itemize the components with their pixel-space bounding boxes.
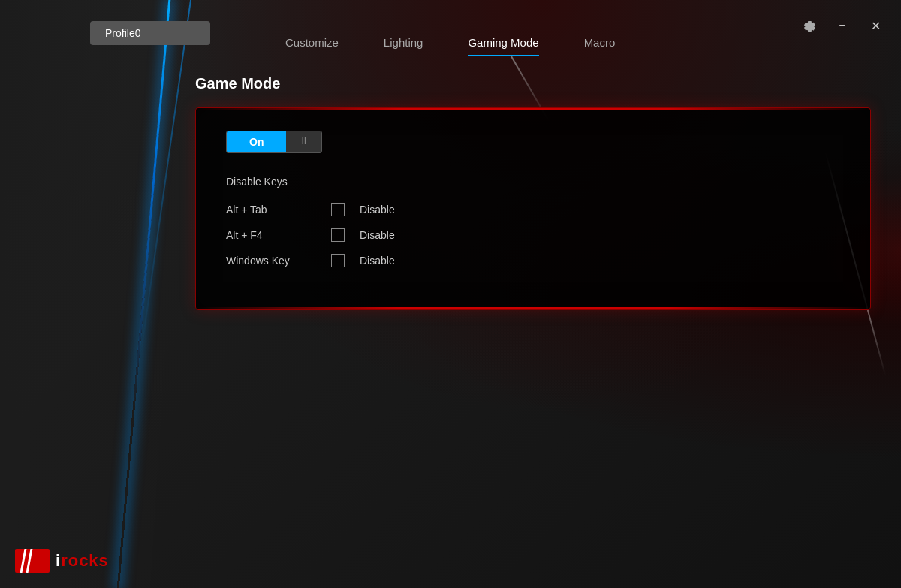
toggle-container: On II	[226, 131, 840, 153]
tab-customize[interactable]: Customize	[285, 30, 339, 55]
minimize-button[interactable]: −	[832, 15, 853, 36]
tab-macro[interactable]: Macro	[584, 30, 616, 55]
disable-label-alt-tab: Disable	[360, 204, 395, 216]
app-logo: irocks	[15, 549, 109, 573]
window-controls: − ✕	[799, 15, 886, 36]
checkbox-alt-f4[interactable]	[331, 228, 345, 242]
disable-keys-label: Disable Keys	[226, 176, 840, 188]
key-name-windows-key: Windows Key	[226, 255, 316, 267]
close-button[interactable]: ✕	[865, 15, 886, 36]
toggle-on-option[interactable]: On	[227, 131, 286, 152]
section-title: Game Mode	[195, 75, 871, 92]
key-name-alt-f4: Alt + F4	[226, 229, 316, 241]
tab-lighting[interactable]: Lighting	[384, 30, 423, 55]
logo-text: irocks	[56, 551, 109, 571]
game-mode-panel: On II Disable Keys Alt + Tab Disable Alt…	[195, 107, 871, 310]
checkbox-windows-key[interactable]	[331, 254, 345, 267]
key-name-alt-tab: Alt + Tab	[226, 204, 316, 216]
settings-button[interactable]	[799, 15, 820, 36]
disable-label-alt-f4: Disable	[360, 229, 395, 241]
profile-dropdown[interactable]: Profile0	[90, 21, 210, 45]
main-content: Game Mode On II Disable Keys Alt + Tab D…	[195, 75, 871, 310]
disable-label-windows-key: Disable	[360, 255, 395, 267]
logo-icon	[15, 549, 50, 573]
svg-rect-0	[15, 549, 50, 573]
game-mode-toggle[interactable]: On II	[226, 131, 322, 153]
table-row: Alt + F4 Disable	[226, 228, 840, 242]
table-row: Alt + Tab Disable	[226, 203, 840, 216]
toggle-off-option[interactable]: II	[286, 131, 321, 152]
nav-tabs: Customize Lighting Gaming Mode Macro	[285, 30, 615, 55]
tab-gaming-mode[interactable]: Gaming Mode	[468, 30, 538, 55]
table-row: Windows Key Disable	[226, 254, 840, 267]
checkbox-alt-tab[interactable]	[331, 203, 345, 216]
